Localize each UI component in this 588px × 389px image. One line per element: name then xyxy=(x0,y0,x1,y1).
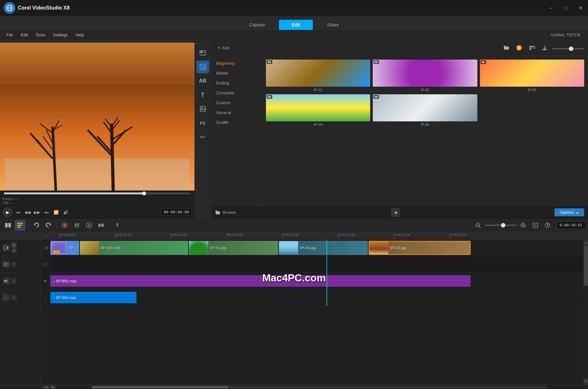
clip-audio-m01[interactable]: ♪ SP-M01.mpa xyxy=(50,275,471,287)
menu-edit[interactable]: Edit xyxy=(17,31,32,39)
progress-bar-container[interactable] xyxy=(0,191,195,196)
add-track-btn[interactable]: + xyxy=(43,233,49,239)
clip-audio-s02[interactable]: ♪ SP-S02.mpa xyxy=(50,292,136,303)
step-forward-button[interactable]: ▶▶ xyxy=(33,208,41,217)
undo-btn[interactable] xyxy=(31,220,42,231)
cat-graffiti[interactable]: Graffiti xyxy=(211,118,262,127)
audio-mixer-btn[interactable] xyxy=(71,220,82,231)
menu-settings[interactable]: Settings xyxy=(49,31,72,39)
title-tool[interactable]: AB xyxy=(196,75,209,87)
clip-i02[interactable]: SP-I02.jpg xyxy=(279,241,368,255)
fx-tool[interactable]: FX xyxy=(196,117,209,129)
globe-icon[interactable] xyxy=(4,2,15,14)
cat-beginning[interactable]: Beginning xyxy=(211,58,262,68)
clip-sp[interactable]: SP ♪ xyxy=(50,241,79,255)
audio-s02-ctrl[interactable]: ♪ xyxy=(11,295,17,300)
cat-ending[interactable]: Ending xyxy=(211,78,262,88)
timeline-scrollbar: ◀ ▶ xyxy=(0,385,588,389)
cat-complete[interactable]: Complete xyxy=(211,88,262,98)
options-button[interactable]: Options ▲ xyxy=(555,208,584,216)
play-button[interactable]: ▶ xyxy=(3,207,13,217)
video-mute-btn[interactable]: ♪ xyxy=(11,242,17,248)
tla-audio1-btn[interactable] xyxy=(41,273,50,289)
fit-timeline-btn[interactable] xyxy=(530,220,541,231)
badge-ip01: 4K xyxy=(267,60,272,64)
overlay-track-icon xyxy=(3,261,10,268)
tab-edit[interactable]: Edit xyxy=(279,20,313,30)
add-button[interactable]: + Add xyxy=(215,44,232,52)
record-btn[interactable] xyxy=(59,220,70,231)
text-tool[interactable]: T xyxy=(196,89,209,101)
redo-btn[interactable] xyxy=(43,220,54,231)
zoom-slider[interactable] xyxy=(485,225,517,226)
scroll-right-nav[interactable]: ▶ xyxy=(50,385,56,389)
download-icon-btn[interactable] xyxy=(540,43,550,53)
tab-share[interactable]: Share xyxy=(314,20,351,30)
transition-btn[interactable] xyxy=(96,220,107,231)
go-end-button[interactable]: ⏭ xyxy=(42,208,51,217)
menu-help[interactable]: Help xyxy=(72,31,88,39)
media-item-ip04[interactable]: 4K IP-04 xyxy=(266,94,370,126)
vscroll-thumb[interactable] xyxy=(584,246,588,286)
zoom-out-btn[interactable] xyxy=(473,220,483,231)
media-item-ip05[interactable]: 4K IP-05 xyxy=(373,94,477,126)
scroll-left-button[interactable]: ◀ xyxy=(391,208,400,217)
auto-scroll-btn[interactable] xyxy=(542,220,553,231)
text-overlay-btn[interactable]: T xyxy=(112,220,123,231)
template-icon-btn[interactable] xyxy=(514,43,524,53)
step-back-button[interactable]: ◀◀ xyxy=(23,208,32,217)
tab-capture[interactable]: Capture xyxy=(236,20,278,30)
clip-v03[interactable]: SP-V03.mp4 xyxy=(80,241,188,255)
browse-button[interactable]: Browse xyxy=(215,210,236,215)
sort-icon-btn[interactable] xyxy=(527,43,537,53)
cat-general[interactable]: General xyxy=(211,108,262,118)
scroll-left-nav[interactable]: ◀ xyxy=(43,385,49,389)
audio-tool[interactable]: ↩ xyxy=(196,131,209,143)
media-library-tool[interactable] xyxy=(196,47,209,59)
audio-s02-track-row: ♪ SP-S02.mpa xyxy=(50,289,584,306)
repeat-button[interactable]: 🔁 xyxy=(52,208,61,217)
tla-audio2-btn[interactable]: ♫ xyxy=(41,289,50,306)
menu-tools[interactable]: Tools xyxy=(32,31,49,39)
audio-m01-track-icon xyxy=(3,277,10,285)
clip-i01[interactable]: SP-I01.jpg xyxy=(189,241,278,255)
close-button[interactable]: ✕ xyxy=(573,0,588,16)
progress-bar[interactable] xyxy=(4,192,191,194)
folder-icon-btn[interactable] xyxy=(501,43,511,53)
tracks-container[interactable]: SP ♪ SP-V03.mp4 SP-I01.jpg xyxy=(50,240,584,385)
scroll-up-btn[interactable]: ▲ xyxy=(584,240,588,246)
storyboard-view-btn[interactable] xyxy=(3,220,13,231)
progress-thumb[interactable] xyxy=(142,191,146,195)
go-start-button[interactable]: ⏮ xyxy=(13,208,22,217)
minimize-button[interactable]: ─ xyxy=(544,0,559,16)
audio-m01-ctrl[interactable]: ♪ xyxy=(11,278,17,284)
media-item-ip03[interactable]: 4K IP-03 xyxy=(480,60,584,92)
media-item-ip02[interactable]: 4K IP-02 xyxy=(373,60,477,92)
menu-file[interactable]: File xyxy=(3,31,17,39)
svg-point-48 xyxy=(63,224,66,227)
options-chevron-icon: ▲ xyxy=(576,211,579,214)
cat-custom[interactable]: Custom xyxy=(211,98,262,108)
clip-i03[interactable]: SP-I03.jpg xyxy=(369,241,471,255)
instant-project-tool[interactable] xyxy=(196,61,209,73)
svg-rect-43 xyxy=(8,223,11,227)
svg-rect-56 xyxy=(98,224,101,227)
effect-btn[interactable] xyxy=(84,220,94,231)
volume-button[interactable]: 🔊 xyxy=(61,208,70,217)
size-slider[interactable] xyxy=(552,46,584,50)
h-scrollbar[interactable] xyxy=(92,386,547,388)
h-scrollbar-thumb[interactable] xyxy=(92,386,228,388)
graphic-tool[interactable] xyxy=(196,103,209,115)
svg-rect-83 xyxy=(58,244,60,246)
timeline-view-btn[interactable] xyxy=(15,220,26,231)
media-item-ip01[interactable]: 4K IP-01 xyxy=(266,60,370,92)
tla-video-btn[interactable] xyxy=(41,240,50,256)
scroll-down-btn[interactable]: ▼ xyxy=(584,378,588,385)
overlay-ctrl-1[interactable]: T xyxy=(11,262,17,267)
remove-track-btn[interactable]: - xyxy=(50,233,56,239)
cat-middle[interactable]: Middle xyxy=(211,68,262,78)
maximize-button[interactable]: □ xyxy=(559,0,573,16)
video-visibility-btn[interactable]: 👁 xyxy=(11,248,17,253)
tla-overlay-btn[interactable] xyxy=(41,256,50,273)
zoom-in-btn[interactable] xyxy=(518,220,529,231)
